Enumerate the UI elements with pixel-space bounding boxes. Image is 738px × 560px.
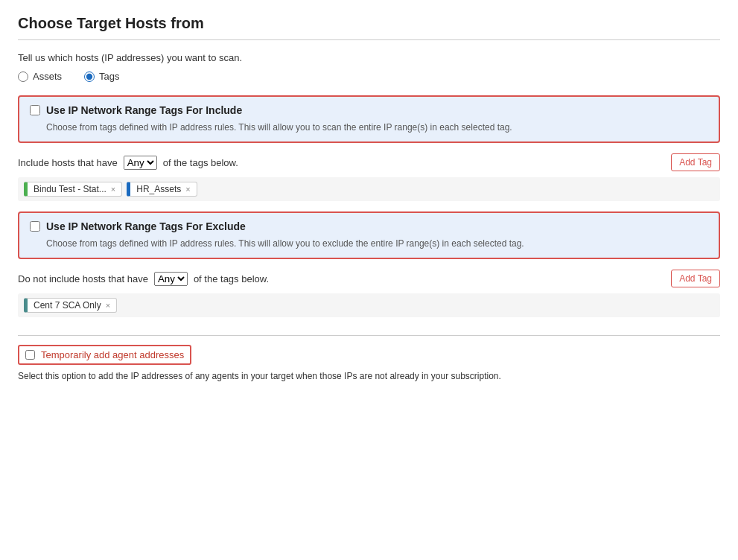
agent-description: Select this option to add the IP address… xyxy=(18,369,720,383)
list-item: Cent 7 SCA Only × xyxy=(24,298,117,313)
subtitle: Tell us which hosts (IP addresses) you w… xyxy=(18,52,720,63)
radio-tags[interactable] xyxy=(84,71,95,82)
include-tags-area: Bindu Test - Stat... × HR_Assets × xyxy=(18,177,720,201)
agent-section: Temporarily add agent addresses Select t… xyxy=(18,335,720,383)
agent-checkbox-row: Temporarily add agent addresses xyxy=(18,345,191,365)
include-checkbox[interactable] xyxy=(30,105,40,115)
agent-checkbox-label: Temporarily add agent addresses xyxy=(41,349,184,360)
tag-name: Cent 7 SCA Only xyxy=(34,300,101,311)
exclude-box: Use IP Network Range Tags For Exclude Ch… xyxy=(18,211,720,259)
exclude-checkbox-label: Use IP Network Range Tags For Exclude xyxy=(46,220,246,232)
radio-option-assets[interactable]: Assets xyxy=(18,71,62,82)
include-checkbox-label: Use IP Network Range Tags For Include xyxy=(46,104,242,116)
host-type-radio-group: Assets Tags xyxy=(18,71,720,82)
exclude-row-suffix: of the tags below. xyxy=(194,273,269,284)
exclude-tags-area: Cent 7 SCA Only × xyxy=(18,293,720,317)
include-row-prefix: Include hosts that have xyxy=(18,157,118,168)
exclude-filter-row: Do not include hosts that have Any All o… xyxy=(18,270,720,287)
tag-name: Bindu Test - Stat... xyxy=(34,184,106,194)
radio-option-tags[interactable]: Tags xyxy=(84,71,119,82)
include-box: Use IP Network Range Tags For Include Ch… xyxy=(18,95,720,143)
radio-assets[interactable] xyxy=(18,71,28,82)
close-icon[interactable]: × xyxy=(185,185,190,194)
exclude-box-header: Use IP Network Range Tags For Exclude xyxy=(30,220,708,232)
exclude-any-select[interactable]: Any All xyxy=(154,272,188,286)
include-add-tag-button[interactable]: Add Tag xyxy=(671,153,720,171)
include-any-select[interactable]: Any All xyxy=(124,156,157,170)
page-title: Choose Target Hosts from xyxy=(18,15,720,40)
list-item: HR_Assets × xyxy=(127,182,197,197)
radio-tags-label: Tags xyxy=(99,71,119,82)
include-box-header: Use IP Network Range Tags For Include xyxy=(30,104,708,116)
exclude-add-tag-button[interactable]: Add Tag xyxy=(671,270,720,287)
include-filter-row: Include hosts that have Any All of the t… xyxy=(18,153,720,171)
exclude-row-prefix: Do not include hosts that have xyxy=(18,273,148,284)
list-item: Bindu Test - Stat... × xyxy=(24,182,122,197)
close-icon[interactable]: × xyxy=(111,185,115,194)
agent-checkbox[interactable] xyxy=(25,350,35,360)
close-icon[interactable]: × xyxy=(106,301,110,310)
exclude-checkbox[interactable] xyxy=(30,221,40,232)
include-box-description: Choose from tags defined with IP address… xyxy=(46,121,708,134)
radio-assets-label: Assets xyxy=(33,71,62,82)
tag-name: HR_Assets xyxy=(136,184,181,194)
include-row-suffix: of the tags below. xyxy=(163,157,238,168)
exclude-box-description: Choose from tags defined with IP address… xyxy=(46,237,708,250)
